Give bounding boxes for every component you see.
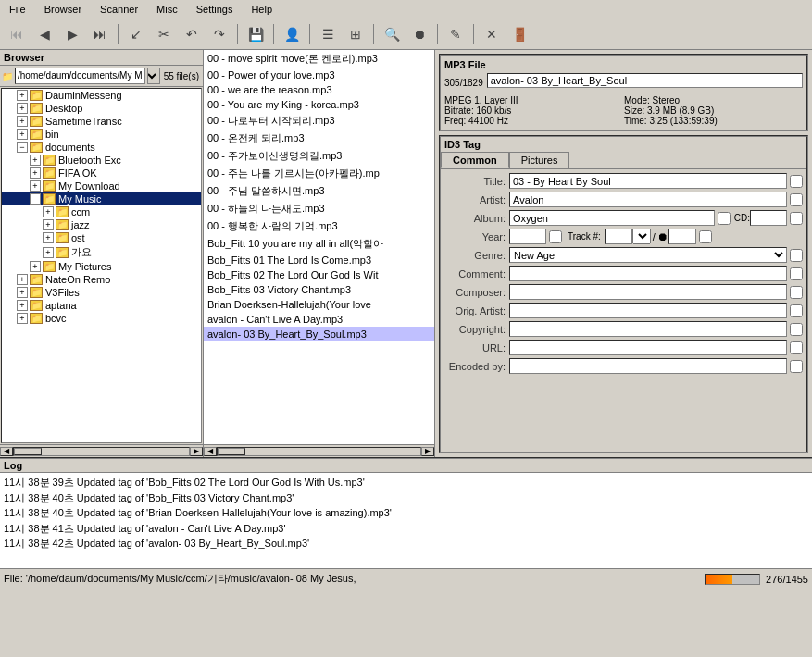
file-list-area[interactable]: 00 - move spirit move(론 켄로리).mp300 - Pow… (204, 50, 434, 444)
tree-item[interactable]: +📁jazz (2, 218, 201, 231)
list-item[interactable]: avalon - Can't Live A Day.mp3 (204, 312, 434, 327)
view-list-button[interactable]: ☰ (315, 22, 341, 46)
tab-common[interactable]: Common (441, 152, 509, 168)
undo-button[interactable]: ↶ (179, 22, 205, 46)
year-input[interactable] (509, 229, 546, 244)
tree-item[interactable]: +📁bin (2, 128, 201, 141)
save-button[interactable]: 💾 (243, 22, 269, 46)
url-check[interactable] (790, 341, 803, 354)
tree-toggle[interactable]: + (30, 261, 41, 272)
tree-toggle[interactable]: − (30, 193, 41, 205)
cd-input[interactable] (750, 210, 787, 226)
tree-item[interactable]: −📁My Music (2, 192, 201, 205)
tree-toggle[interactable]: + (43, 206, 54, 217)
encoded-by-input[interactable] (509, 358, 787, 374)
list-item[interactable]: 00 - 행복한 사람의 기억.mp3 (204, 217, 434, 235)
file-hscroll-right[interactable]: ▶ (421, 447, 434, 456)
tree-toggle[interactable]: + (17, 116, 28, 127)
list-item[interactable]: 00 - 주님 말씀하시면.mp3 (204, 182, 434, 200)
search-button[interactable]: 🔍 (379, 22, 405, 46)
list-item[interactable]: Bob_Fitt 10 you are my all in all(악할아 (204, 235, 434, 253)
artist-input[interactable] (509, 192, 787, 207)
forward-button[interactable]: ▶ (59, 22, 85, 46)
list-item[interactable]: Bob_Fitts 03 Victory Chant.mp3 (204, 282, 434, 297)
user-button[interactable]: 👤 (279, 22, 305, 46)
list-item[interactable]: 00 - Power of your love.mp3 (204, 68, 434, 82)
forward-forward-button[interactable]: ⏭ (87, 22, 113, 46)
tree-item[interactable]: −📁documents (2, 141, 201, 154)
hscroll-right[interactable]: ▶ (190, 447, 203, 456)
tree-item[interactable]: +📁V3Files (2, 286, 201, 299)
menu-misc[interactable]: Misc (151, 2, 183, 17)
tree-toggle[interactable]: + (17, 90, 28, 101)
tree-toggle[interactable]: + (30, 167, 41, 179)
orig-artist-check[interactable] (790, 304, 803, 317)
tree-toggle[interactable]: + (30, 180, 41, 192)
menu-help[interactable]: Help (245, 2, 278, 17)
encoded-by-check[interactable] (790, 360, 803, 373)
tree-item[interactable]: +📁NateOn Remo (2, 273, 201, 286)
file-hscroll[interactable]: ◀ ▶ (204, 444, 434, 457)
path-input[interactable] (15, 68, 145, 84)
tree-toggle[interactable]: − (17, 142, 28, 153)
tree-item[interactable]: +📁FIFA OK (2, 167, 201, 180)
tag-read-button[interactable]: ↙ (123, 22, 149, 46)
list-item[interactable]: 00 - move spirit move(론 켄로리).mp3 (204, 50, 434, 68)
quit-button[interactable]: 🚪 (506, 22, 532, 46)
redo-button[interactable]: ↷ (206, 22, 232, 46)
view-grid-button[interactable]: ⊞ (343, 22, 369, 46)
tree-item[interactable]: +📁ost (2, 231, 201, 244)
list-item[interactable]: 00 - 주가보이신생명의길.mp3 (204, 147, 434, 165)
genre-select[interactable]: New Age Pop Rock Classical (509, 247, 787, 263)
tree-item[interactable]: +📁DauminMesseng (2, 89, 201, 102)
tree-item[interactable]: +📁가요 (2, 244, 201, 260)
tree-toggle[interactable]: + (43, 247, 54, 258)
list-item[interactable]: Bob_Fitts 02 The Lord Our God Is Wit (204, 267, 434, 282)
edit-button[interactable]: ✎ (443, 22, 468, 46)
tree-toggle[interactable]: + (17, 274, 28, 285)
list-item[interactable]: 00 - You are my King - korea.mp3 (204, 97, 434, 112)
tree-item[interactable]: +📁ccm (2, 205, 201, 218)
tree-item[interactable]: +📁Bluetooth Exc (2, 154, 201, 167)
track-total-input[interactable] (668, 229, 696, 244)
tree-toggle[interactable]: + (17, 287, 28, 298)
back-back-button[interactable]: ⏮ (4, 22, 30, 46)
track-dropdown[interactable]: ▼ (632, 229, 651, 244)
comment-input[interactable] (509, 266, 787, 281)
menu-file[interactable]: File (4, 2, 31, 17)
genre-check[interactable] (790, 249, 803, 262)
tree-toggle[interactable]: + (43, 232, 54, 243)
tree-area[interactable]: +📁DauminMesseng+📁Desktop+📁SametimeTransc… (1, 88, 202, 443)
tree-item[interactable]: +📁My Pictures (2, 260, 201, 273)
list-item[interactable]: 00 - 하늘의 나는새도.mp3 (204, 200, 434, 217)
record-button[interactable]: ⏺ (406, 22, 432, 46)
path-dropdown[interactable]: ▼ (147, 68, 160, 84)
track-input[interactable] (605, 229, 632, 244)
orig-artist-input[interactable] (509, 303, 787, 318)
tree-item[interactable]: +📁aptana (2, 299, 201, 312)
back-button[interactable]: ◀ (31, 22, 57, 46)
hscroll-left[interactable]: ◀ (0, 447, 13, 456)
tree-toggle[interactable]: + (17, 300, 28, 311)
album-check[interactable] (718, 212, 731, 225)
tree-toggle[interactable]: + (17, 313, 28, 324)
composer-check[interactable] (790, 286, 803, 299)
copyright-input[interactable] (509, 321, 787, 337)
track-check[interactable] (699, 230, 712, 243)
log-area[interactable]: 11시 38분 39초 Updated tag of 'Bob_Fitts 02… (0, 473, 812, 568)
hscroll-thumb[interactable] (14, 448, 42, 455)
url-input[interactable] (509, 340, 787, 355)
tree-toggle[interactable]: + (30, 155, 41, 166)
list-item[interactable]: Brian Doerksen-Hallelujah(Your love (204, 297, 434, 312)
composer-input[interactable] (509, 284, 787, 300)
menu-scanner[interactable]: Scanner (94, 2, 144, 17)
file-hscroll-thumb[interactable] (218, 448, 245, 455)
tree-hscroll[interactable]: ◀ ▶ (0, 444, 203, 457)
tree-item[interactable]: +📁bcvc (2, 312, 201, 325)
tree-item[interactable]: +📁My Download (2, 180, 201, 192)
copyright-check[interactable] (790, 323, 803, 336)
tag-remove-button[interactable]: ✂ (151, 22, 177, 46)
album-input[interactable] (509, 210, 715, 226)
artist-check[interactable] (790, 193, 803, 206)
comment-check[interactable] (790, 267, 803, 280)
